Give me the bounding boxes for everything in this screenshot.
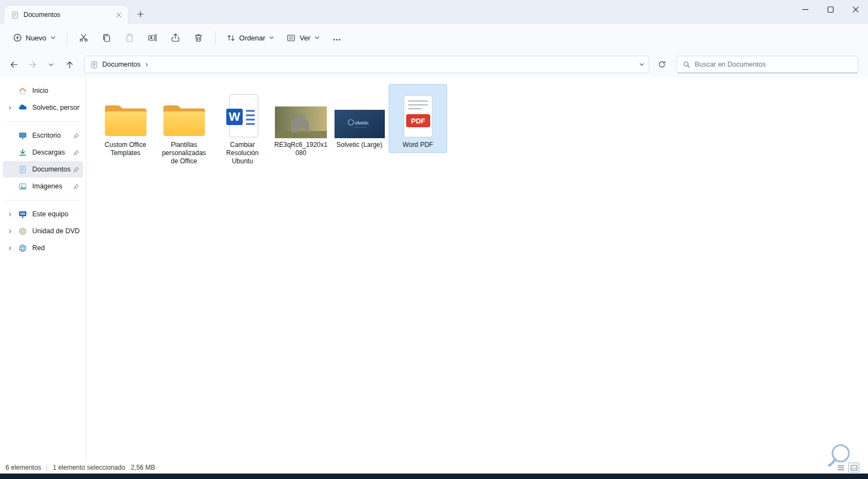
sidebar-item-inicio[interactable]: Inicio (3, 82, 83, 99)
sidebar-item-label: Inicio (32, 87, 80, 94)
sidebar-item-imagenes[interactable]: Imágenes (3, 178, 83, 194)
file-grid: Custom Office Templates Plantillas perso… (96, 84, 868, 169)
search-box[interactable] (677, 56, 858, 73)
chevron-right-icon[interactable] (3, 246, 17, 251)
sidebar-item-label: Solvetic, personal (32, 104, 80, 111)
details-view-button[interactable] (835, 463, 846, 472)
status-bar: 6 elementos 1 elemento seleccionado 2,56… (0, 462, 868, 474)
titlebar: Documentos (0, 0, 868, 24)
image-thumbnail-solvetic: olvetic (333, 86, 386, 138)
back-button[interactable] (4, 56, 23, 73)
view-button-label: Ver (300, 34, 310, 42)
sidebar-separator (5, 121, 80, 122)
pin-icon (72, 167, 80, 173)
up-button[interactable] (60, 56, 79, 73)
navigation-bar: Documentos (0, 51, 868, 78)
forward-button[interactable] (23, 56, 42, 73)
tab-close-button[interactable] (113, 9, 125, 21)
folder-icon (157, 86, 210, 138)
sidebar-item-este-equipo[interactable]: Este equipo (3, 206, 83, 222)
maximize-icon (828, 7, 834, 13)
command-toolbar: Nuevo (0, 24, 868, 51)
chevron-right-icon[interactable] (144, 62, 149, 67)
recent-locations-button[interactable] (42, 56, 60, 73)
close-icon (116, 13, 121, 17)
new-button[interactable]: Nuevo (8, 28, 61, 48)
large-icons-view-button[interactable] (848, 463, 859, 472)
image-thumbnail-elephant (274, 86, 327, 138)
trash-icon (193, 33, 203, 43)
file-tile-word-document[interactable]: W Cambiar Resolución Ubuntu (213, 84, 272, 169)
cut-button[interactable] (73, 28, 95, 48)
this-pc-icon (17, 210, 28, 219)
file-tile-folder[interactable]: Plantillas personalizadas de Office (155, 84, 213, 169)
sidebar-separator (5, 200, 80, 200)
sidebar-item-red[interactable]: Red (3, 240, 83, 256)
file-name: Cambiar Resolución Ubuntu (216, 141, 269, 165)
refresh-icon (658, 60, 666, 69)
plus-icon (137, 11, 144, 17)
window-controls (793, 0, 868, 19)
paste-button[interactable] (119, 28, 140, 48)
solvetic-logo-text: olvetic (355, 120, 369, 126)
statusbar-divider (46, 464, 47, 471)
toolbar-divider (215, 31, 215, 44)
share-button[interactable] (165, 28, 186, 48)
details-view-icon (837, 465, 844, 471)
file-tile-image[interactable]: olvetic Solvetic (Large) (330, 84, 389, 153)
plus-circle-icon (13, 33, 22, 42)
copy-button[interactable] (96, 28, 118, 48)
chevron-down-icon (269, 35, 274, 40)
selection-size: 2,56 MB (131, 464, 155, 471)
file-name: Solvetic (Large) (336, 141, 382, 149)
sidebar-item-dvd[interactable]: Unidad de DVD (D:) (3, 223, 83, 239)
dvd-drive-icon (17, 227, 28, 236)
rename-button[interactable] (142, 28, 163, 48)
chevron-down-icon (48, 62, 54, 68)
sidebar-item-onedrive[interactable]: Solvetic, personal (3, 99, 83, 116)
arrow-right-icon (28, 60, 37, 69)
minimize-button[interactable] (793, 0, 818, 19)
chevron-right-icon[interactable] (3, 229, 17, 234)
close-window-button[interactable] (843, 0, 868, 19)
new-tab-button[interactable] (132, 7, 149, 22)
sort-button[interactable]: Ordenar (221, 28, 280, 48)
paste-icon (125, 33, 134, 43)
address-bar[interactable]: Documentos (84, 56, 649, 73)
sidebar-item-documentos[interactable]: Documentos (3, 161, 83, 178)
desktop-icon (17, 131, 28, 140)
sort-button-label: Ordenar (239, 34, 266, 42)
downloads-icon (17, 148, 28, 157)
delete-button[interactable] (187, 28, 209, 48)
pictures-icon (17, 182, 28, 191)
word-document-icon: W (216, 86, 269, 138)
file-tile-pdf-selected[interactable]: PDF Word PDF (389, 84, 447, 153)
file-explorer-window: Documentos (0, 0, 868, 479)
file-tile-folder[interactable]: Custom Office Templates (96, 84, 155, 161)
onedrive-cloud-icon (17, 103, 28, 113)
folder-icon (99, 86, 152, 138)
large-icons-view-icon (851, 465, 858, 471)
more-options-button[interactable]: … (326, 28, 348, 48)
view-button[interactable]: Ver (281, 28, 325, 48)
sidebar-item-descargas[interactable]: Descargas (3, 144, 83, 161)
documents-icon (17, 165, 28, 174)
sidebar-item-label: Este equipo (32, 210, 80, 218)
tab-title: Documentos (24, 11, 108, 19)
home-icon (17, 86, 28, 96)
file-tile-image[interactable]: RE3qRc6_1920x1080 (272, 84, 330, 161)
chevron-right-icon[interactable] (3, 105, 17, 110)
refresh-button[interactable] (653, 56, 671, 73)
breadcrumb[interactable]: Documentos (102, 61, 140, 68)
sidebar-item-escritorio[interactable]: Escritorio (3, 127, 83, 144)
search-input[interactable] (695, 61, 852, 68)
file-list-area[interactable]: Custom Office Templates Plantillas perso… (86, 78, 868, 462)
address-dropdown-icon[interactable] (639, 62, 644, 67)
maximize-button[interactable] (818, 0, 843, 19)
chevron-right-icon[interactable] (3, 212, 17, 217)
file-name: Custom Office Templates (99, 141, 152, 157)
file-name: Plantillas personalizadas de Office (157, 141, 210, 165)
word-badge: W (228, 110, 240, 123)
pdf-badge: PDF (411, 117, 425, 125)
explorer-tab[interactable]: Documentos (4, 5, 128, 24)
